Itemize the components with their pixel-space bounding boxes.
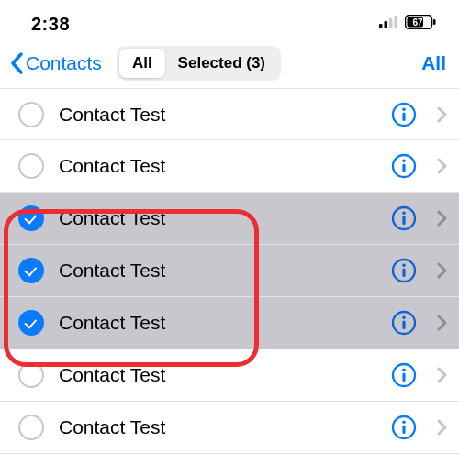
chevron-right-icon — [437, 262, 448, 279]
svg-point-23 — [402, 369, 406, 372]
info-icon[interactable] — [391, 310, 417, 336]
status-bar: 2:38 67 — [0, 0, 459, 40]
contact-row[interactable]: Contact Test — [0, 193, 459, 245]
contact-name: Contact Test — [59, 312, 376, 334]
cellular-icon — [379, 16, 399, 32]
info-icon[interactable] — [391, 102, 417, 127]
svg-rect-15 — [402, 216, 405, 226]
contact-name: Contact Test — [59, 416, 376, 438]
chevron-right-icon — [437, 106, 448, 123]
svg-point-20 — [402, 316, 406, 320]
status-time: 2:38 — [31, 14, 70, 35]
svg-rect-3 — [395, 16, 398, 28]
svg-rect-9 — [402, 112, 405, 121]
chevron-right-icon — [437, 367, 448, 383]
svg-point-26 — [402, 421, 406, 425]
segment-all[interactable]: All — [119, 49, 165, 78]
info-icon[interactable] — [391, 258, 417, 283]
svg-rect-18 — [402, 269, 405, 278]
contact-row[interactable]: Contact Test — [0, 349, 459, 402]
segment-selected[interactable]: Selected (3) — [165, 49, 278, 78]
contact-name: Contact Test — [59, 207, 376, 229]
checkbox-unchecked-icon[interactable] — [18, 415, 44, 440]
checkbox-checked-icon[interactable] — [18, 258, 44, 283]
chevron-right-icon — [437, 315, 448, 331]
chevron-right-icon — [437, 158, 448, 174]
info-icon[interactable] — [391, 205, 417, 231]
contacts-list: Contact TestContact TestContact TestCont… — [0, 88, 459, 454]
checkbox-unchecked-icon[interactable] — [18, 102, 44, 127]
contact-name: Contact Test — [59, 155, 376, 177]
svg-rect-2 — [389, 18, 393, 28]
contact-row[interactable]: Contact Test — [0, 245, 459, 297]
chevron-left-icon — [9, 51, 26, 75]
contact-row[interactable]: Contact Test — [0, 297, 459, 349]
svg-point-8 — [402, 107, 406, 111]
contact-name: Contact Test — [59, 364, 376, 386]
svg-point-11 — [402, 160, 406, 163]
contact-row[interactable]: Contact Test — [0, 140, 459, 193]
battery-icon: 67 — [405, 15, 436, 33]
svg-rect-21 — [402, 321, 405, 330]
select-all-button[interactable]: All — [421, 52, 446, 74]
checkbox-unchecked-icon[interactable] — [18, 153, 44, 179]
svg-rect-0 — [379, 24, 383, 28]
chevron-right-icon — [437, 419, 448, 436]
svg-rect-1 — [385, 21, 388, 28]
info-icon[interactable] — [391, 153, 417, 179]
contact-row[interactable]: Contact Test — [0, 402, 459, 454]
contact-name: Contact Test — [59, 260, 376, 282]
checkbox-checked-icon[interactable] — [18, 310, 44, 336]
svg-rect-24 — [402, 373, 405, 382]
battery-percent: 67 — [412, 17, 423, 28]
svg-point-17 — [402, 264, 406, 268]
svg-rect-12 — [402, 164, 405, 173]
info-icon[interactable] — [391, 415, 417, 440]
nav-bar: Contacts All Selected (3) All — [0, 40, 459, 88]
svg-rect-6 — [433, 19, 436, 25]
back-button[interactable]: Contacts — [9, 51, 102, 75]
svg-rect-27 — [402, 426, 405, 435]
status-indicators: 67 — [379, 15, 436, 33]
chevron-right-icon — [437, 210, 448, 227]
contact-row[interactable]: Contact Test — [0, 88, 459, 140]
checkbox-checked-icon[interactable] — [18, 205, 44, 231]
checkbox-unchecked-icon[interactable] — [18, 362, 44, 388]
contact-name: Contact Test — [59, 104, 376, 126]
back-label: Contacts — [26, 52, 102, 74]
svg-point-14 — [402, 212, 406, 216]
filter-segmented-control[interactable]: All Selected (3) — [117, 46, 281, 81]
info-icon[interactable] — [391, 362, 417, 388]
